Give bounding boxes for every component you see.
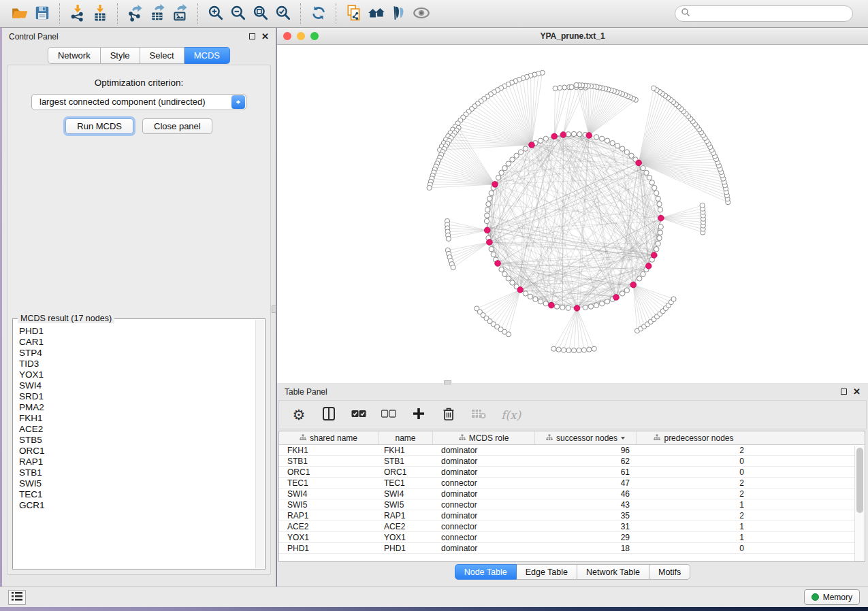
graph-dominator-node[interactable]	[652, 252, 658, 259]
graph-node[interactable]	[487, 196, 492, 201]
mcds-result-item[interactable]: PHD1	[19, 326, 255, 337]
run-mcds-button[interactable]: Run MCDS	[65, 118, 133, 134]
first-neighbors-button[interactable]	[365, 3, 387, 25]
import-table-button[interactable]	[89, 3, 111, 25]
graph-satellite-node[interactable]	[551, 346, 556, 351]
graph-dominator-node[interactable]	[517, 287, 524, 293]
table-row[interactable]: SWI4SWI4dominator462	[279, 489, 865, 499]
table-settings-button[interactable]: ⚙	[291, 406, 306, 425]
save-session-button[interactable]	[31, 3, 53, 25]
open-session-button[interactable]	[8, 3, 31, 25]
mcds-result-item[interactable]: CAR1	[19, 337, 255, 348]
graph-dominator-node[interactable]	[549, 302, 555, 308]
column-header-successor-nodes[interactable]: successor nodes	[535, 431, 637, 444]
graph-node[interactable]	[485, 208, 489, 212]
graph-dominator-node[interactable]	[613, 295, 620, 301]
mcds-result-item[interactable]: FKH1	[19, 413, 255, 424]
search-field[interactable]	[675, 5, 853, 22]
graph-dominator-node[interactable]	[551, 133, 558, 139]
graph-node[interactable]	[624, 288, 629, 293]
table-row[interactable]: STB1STB1dominator620	[279, 456, 865, 467]
graph-satellite-node[interactable]	[577, 348, 581, 352]
graph-dominator-node[interactable]	[636, 160, 642, 166]
graph-node[interactable]	[491, 252, 496, 257]
graph-node[interactable]	[656, 196, 660, 201]
graph-satellite-node[interactable]	[451, 265, 455, 269]
graph-node[interactable]	[654, 246, 659, 251]
graph-node[interactable]	[543, 301, 548, 306]
graph-node[interactable]	[599, 136, 604, 141]
graph-dominator-node[interactable]	[586, 133, 592, 139]
graph-satellite-node[interactable]	[571, 348, 576, 352]
tab-mcds[interactable]: MCDS	[184, 47, 230, 64]
graph-node[interactable]	[599, 301, 604, 306]
column-header-name[interactable]: name	[379, 431, 433, 444]
graph-node[interactable]	[554, 304, 559, 309]
table-row[interactable]: RAP1RAP1dominator352	[279, 510, 865, 521]
mcds-result-item[interactable]: GCR1	[19, 500, 255, 511]
table-row[interactable]: TEC1TEC1connector472	[279, 478, 865, 489]
graph-node[interactable]	[499, 267, 504, 271]
graph-node[interactable]	[657, 235, 662, 240]
graph-satellite-node[interactable]	[671, 297, 676, 301]
mcds-result-item[interactable]: PMA2	[19, 402, 255, 413]
show-hide-button[interactable]	[410, 3, 432, 25]
graph-node[interactable]	[610, 141, 615, 146]
mcds-result-item[interactable]: STB1	[19, 467, 255, 478]
tab-node-table[interactable]: Node Table	[455, 564, 517, 580]
graph-node[interactable]	[496, 175, 500, 180]
window-minimize-traffic-light[interactable]	[297, 32, 305, 40]
graph-node[interactable]	[654, 191, 659, 195]
graph-node[interactable]	[485, 213, 489, 218]
tab-select[interactable]: Select	[140, 47, 184, 64]
graph-dominator-node[interactable]	[487, 240, 493, 246]
memory-button[interactable]: Memory	[804, 589, 860, 605]
mcds-result-item[interactable]: RAP1	[19, 457, 255, 467]
tab-motifs[interactable]: Motifs	[649, 564, 690, 580]
mcds-result-item[interactable]: SWI5	[19, 478, 255, 489]
horizontal-splitter-handle[interactable]	[444, 380, 451, 384]
window-zoom-traffic-light[interactable]	[310, 32, 319, 40]
graph-node[interactable]	[656, 241, 660, 246]
graph-satellite-node[interactable]	[446, 236, 451, 241]
select-all-button[interactable]	[351, 406, 366, 425]
search-input[interactable]	[690, 7, 852, 20]
table-row[interactable]: PHD1PHD1dominator180	[279, 543, 865, 554]
mcds-result-item[interactable]: ORC1	[19, 446, 255, 457]
sort-indicator-icon[interactable]	[621, 437, 625, 442]
graph-node[interactable]	[605, 138, 609, 143]
graph-node[interactable]	[523, 146, 528, 151]
deselect-all-button[interactable]	[381, 406, 396, 425]
close-mcds-panel-button[interactable]: Close panel	[142, 118, 212, 134]
graph-node[interactable]	[538, 138, 543, 143]
network-window-titlebar[interactable]: YPA_prune.txt_1	[277, 28, 868, 45]
zoom-fit-button[interactable]	[249, 3, 272, 25]
delete-column-button[interactable]	[441, 406, 456, 425]
graph-node[interactable]	[489, 191, 494, 195]
graph-satellite-node[interactable]	[592, 346, 596, 351]
table-row[interactable]: YOX1YOX1connector291	[279, 532, 865, 543]
graph-dominator-node[interactable]	[630, 282, 637, 288]
graph-node[interactable]	[489, 246, 494, 251]
graph-node[interactable]	[588, 304, 593, 309]
graph-dominator-node[interactable]	[574, 306, 580, 312]
mcds-result-item[interactable]: STP4	[19, 348, 255, 359]
clone-network-button[interactable]	[342, 3, 365, 25]
graph-node[interactable]	[533, 297, 538, 301]
graph-node[interactable]	[652, 185, 657, 190]
show-panels-button[interactable]	[8, 590, 26, 605]
graph-node[interactable]	[502, 165, 507, 170]
graph-node[interactable]	[566, 306, 570, 310]
float-panel-icon[interactable]	[249, 33, 255, 39]
vertical-splitter-handle[interactable]	[272, 306, 276, 313]
graph-node[interactable]	[647, 175, 652, 180]
tab-network-table[interactable]: Network Table	[577, 564, 649, 580]
graph-satellite-node[interactable]	[558, 85, 562, 90]
export-table-button[interactable]	[146, 3, 169, 25]
graph-node[interactable]	[641, 165, 645, 170]
table-row[interactable]: ORC1ORC1dominator610	[279, 467, 865, 478]
graph-satellite-node[interactable]	[566, 348, 571, 352]
graph-node[interactable]	[624, 150, 629, 154]
graph-satellite-node[interactable]	[561, 348, 566, 352]
tab-edge-table[interactable]: Edge Table	[517, 564, 577, 580]
